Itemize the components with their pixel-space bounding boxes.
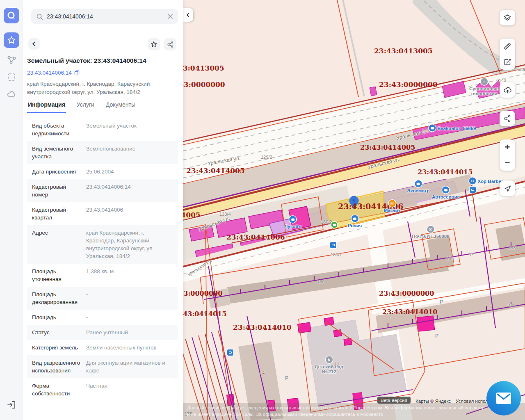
tab-services[interactable]: Услуги [76,100,95,113]
search-input[interactable] [47,13,167,20]
cadastral-quarter-label: 23:43:0414010 [382,308,437,316]
share-button[interactable] [164,38,176,50]
transit-stop-icon[interactable] [330,242,336,248]
app-logo[interactable] [4,8,19,23]
poi-tow-marker[interactable]: Evakuator_55659 [429,125,476,132]
row-label: Кадастровый номер [32,183,80,199]
map-copyright[interactable]: Карты © Яндекс [415,399,451,404]
chat-button[interactable] [486,381,521,415]
poi-label: Экосмотр [407,188,430,193]
sidebar-item-favorites[interactable] [4,32,19,48]
parking-icon: Р [440,299,443,305]
poi-label: Магнит [384,208,401,213]
zoom-control: + − [500,139,515,171]
tab-information[interactable]: Информация [27,100,66,113]
disclaimer-line-1: Данный сервис использует сведения из отк… [187,405,484,410]
share-map-button[interactable] [500,111,515,126]
locate-control[interactable] [500,180,515,196]
street-label: Уральская ул. [207,155,241,167]
house-number: 180/1 [331,252,342,257]
info-table: Вид объекта недвижимостиЗемельный участо… [27,118,178,401]
sidebar-item-objects[interactable] [4,52,19,68]
map-container[interactable]: 23:43:041300523:43:000000023:43:04130052… [183,0,525,420]
zoom-out-button[interactable]: − [500,155,515,171]
row-label: Кадастровый квартал [32,206,80,221]
disclaimer-line-2: и не имеет юридической силы. За официаль… [187,412,383,417]
row-label: Категория земель [32,344,80,352]
clear-search-icon[interactable] [167,14,173,19]
poi-label: Сувенирные технологии [466,86,502,96]
poi-bus-marker[interactable] [331,222,338,228]
ruler-button[interactable] [500,39,515,54]
house-number: 186 [446,256,454,261]
row-label: Площадь [32,313,80,321]
star-icon [6,35,17,46]
cadastral-quarter-label: 23:43:0414010 [233,323,292,331]
mail-icon: ✉ [427,226,434,233]
cadastral-quarter-label: 23:43:0414015 [183,310,226,318]
icon-rail [0,0,23,420]
row-label: Адрес [32,229,80,260]
poi-mail-marker[interactable]: ✉Почта № 350088 [412,226,449,239]
poi-kids-marker[interactable]: ♞Детский сад № 212 [313,356,345,374]
table-row: Форма собственностиЧастная [27,378,178,401]
search-icon [36,13,43,20]
table-row: Площадь- [27,310,178,325]
cadastral-quarter-label: 23:43:0000000 [183,290,222,297]
poi-label: Автосервис [432,194,460,199]
house-number: 188 [508,245,516,250]
poi-shop-marker[interactable]: Росич [348,215,362,228]
search-box[interactable] [31,9,178,24]
layers-control[interactable] [500,10,515,25]
poi-car-marker[interactable]: Экосмотр [407,180,430,193]
upload-control[interactable] [500,82,515,98]
magnit-icon: М [389,200,396,207]
row-label: Дата присвоения [32,168,80,176]
table-row: Вид разрешенного использованияДля эксплу… [27,355,178,378]
cadastral-number-link[interactable]: 23:43:0414006:14 [27,70,80,76]
share-map-control[interactable] [500,111,515,126]
cadastral-quarter-label: 23:43:0414005 [360,144,415,151]
locate-button[interactable] [500,180,515,196]
transit-stop-icon[interactable] [227,349,233,356]
poi-label: Почта № 350088 [412,234,449,239]
measure-edit-control [500,39,515,70]
sidebar-item-cloud[interactable] [4,87,19,102]
cadastral-quarter-label: 23:43:0414015 [418,168,472,176]
service-icon [443,187,450,194]
kids-icon: ♞ [326,356,333,363]
cadastral-quarter-label: 23:43:0413005 [374,47,433,55]
row-label: Статус [32,329,80,336]
row-value: Для эксплуатации магазинов и кафе [80,359,173,374]
back-button[interactable] [28,38,40,50]
navigation-arrow-icon [503,184,512,193]
favorite-button[interactable] [148,38,160,50]
street-label: Уральская ул. [367,156,401,170]
table-row: Категория земельЗемли населенных пунктов [27,340,178,355]
row-label: Вид объекта недвижимости [32,122,80,137]
tab-documents[interactable]: Документы [105,100,136,113]
zoom-in-button[interactable]: + [500,139,515,155]
edit-button[interactable] [500,54,515,70]
poi-label: Росич [348,223,362,228]
map-labels-overlay: 23:43:041300523:43:000000023:43:04130052… [183,0,525,420]
poi-fuel-marker[interactable]: Лукойл [284,216,301,229]
poi-service-marker[interactable]: Автосервис [432,187,460,199]
poi-scissors-marker[interactable]: ✂Хор Barber [469,178,503,185]
parking-icon: Р [435,333,438,339]
layers-button[interactable] [500,10,515,25]
upload-button[interactable] [500,82,515,98]
cadastral-quarter-label: 23:43:0414005 [186,167,245,175]
table-row: Вид объекта недвижимостиЗемельный участо… [27,118,178,141]
copy-icon[interactable] [74,70,80,75]
house-number: 5/3Б [518,67,525,72]
collapse-panel-button[interactable] [183,8,193,22]
row-value: Земли населенных пунктов [80,344,173,352]
login-button[interactable] [4,397,19,413]
house-number: 184 [507,303,514,308]
sidebar-item-select-area[interactable] [4,69,19,85]
house-number: 133/4 [219,212,231,217]
transit-stop-icon[interactable] [470,187,476,193]
poi-magnit-marker[interactable]: ММагнит [384,200,401,213]
poi-factory-marker[interactable]: ⌂Сувенирные технологии [466,78,502,96]
